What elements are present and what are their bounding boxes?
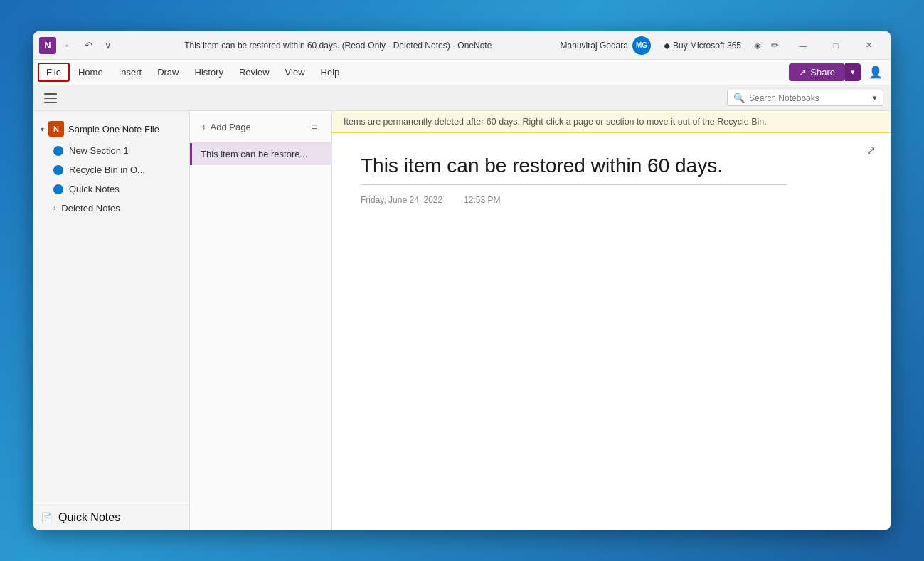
- menu-history[interactable]: History: [188, 64, 230, 80]
- people-icon[interactable]: 👤: [865, 62, 886, 83]
- quick-notes-footer-label: Quick Notes: [58, 511, 120, 524]
- sort-button[interactable]: ≡: [304, 117, 324, 137]
- buy-microsoft-button[interactable]: ◆ Buy Microsoft 365: [657, 38, 748, 53]
- warning-text: Items are permanently deleted after 60 d…: [344, 117, 767, 127]
- note-content: ⤢ This item can be restored within 60 da…: [332, 133, 891, 530]
- title-bar: N ← ↶ ∨ This item can be restored within…: [33, 31, 891, 60]
- menu-home[interactable]: Home: [71, 64, 110, 80]
- sidebar-item-quick-notes[interactable]: Quick Notes: [33, 179, 189, 199]
- section-1-label: New Section 1: [69, 145, 129, 156]
- user-info: Manuviraj Godara MG: [561, 36, 651, 55]
- notebook-label: Sample One Note File: [68, 124, 159, 135]
- hamburger-menu-button[interactable]: [41, 88, 60, 108]
- note-meta: Friday, June 24, 2022 12:53 PM: [361, 195, 862, 205]
- search-box: 🔍 ▾: [727, 90, 883, 106]
- hamburger-line-3: [44, 102, 57, 103]
- page-item-1[interactable]: This item can be restore...: [190, 143, 331, 165]
- menu-help[interactable]: Help: [314, 64, 347, 80]
- add-page-icon: +: [201, 122, 207, 132]
- deleted-notes-label: Deleted Notes: [61, 203, 120, 214]
- minimize-button[interactable]: —: [787, 31, 819, 60]
- recycle-bin-label: Recycle Bin in O...: [69, 164, 145, 175]
- notebook-header[interactable]: ▾ N Sample One Note File: [33, 117, 189, 141]
- notebook-icon: N: [48, 121, 64, 137]
- close-button[interactable]: ✕: [852, 31, 885, 60]
- section-dot-1: [53, 146, 63, 156]
- section-dot-2: [53, 165, 63, 175]
- share-dropdown-button[interactable]: ▾: [845, 63, 861, 81]
- menu-insert[interactable]: Insert: [112, 64, 149, 80]
- title-bar-actions: ◆ Buy Microsoft 365 ◈ ✏: [657, 38, 782, 53]
- menu-right: ↗ Share ▾ 👤: [789, 62, 886, 83]
- menu-view[interactable]: View: [278, 64, 312, 80]
- note-title: This item can be restored within 60 days…: [361, 154, 862, 177]
- quick-notes-footer-icon: 📄: [41, 512, 53, 523]
- menu-file[interactable]: File: [38, 63, 70, 82]
- menu-review[interactable]: Review: [232, 64, 277, 80]
- note-time: 12:53 PM: [464, 195, 500, 205]
- add-page-button[interactable]: + Add Page: [197, 119, 255, 135]
- sidebar-item-recycle-bin[interactable]: Recycle Bin in O...: [33, 160, 189, 179]
- settings-icon[interactable]: ◈: [750, 38, 765, 53]
- buy-label: Buy Microsoft 365: [673, 41, 741, 51]
- pages-header: + Add Page ≡: [190, 111, 331, 143]
- sidebar-inner: ▾ N Sample One Note File New Section 1 R…: [33, 111, 189, 505]
- sidebar-item-deleted-notes[interactable]: › Deleted Notes: [33, 199, 189, 218]
- chevron-right-icon: ›: [53, 204, 55, 212]
- search-dropdown-button[interactable]: ▾: [873, 93, 877, 103]
- chevron-down-icon: ▾: [41, 125, 44, 133]
- add-page-label: Add Page: [211, 122, 251, 132]
- hamburger-line-1: [44, 93, 57, 95]
- hamburger-line-2: [44, 98, 57, 99]
- user-name: Manuviraj Godara: [561, 41, 628, 51]
- content-area: Items are permanently deleted after 60 d…: [332, 111, 891, 530]
- diamond-icon: ◆: [664, 41, 670, 51]
- share-group: ↗ Share ▾: [789, 63, 861, 81]
- search-input[interactable]: [749, 93, 869, 103]
- back-button[interactable]: ←: [60, 38, 76, 53]
- pen-icon[interactable]: ✏: [767, 38, 782, 53]
- share-icon: ↗: [799, 67, 807, 78]
- onenote-logo: N: [39, 37, 56, 54]
- more-button[interactable]: ∨: [100, 38, 116, 53]
- quick-notes-label: Quick Notes: [69, 184, 120, 194]
- warning-banner: Items are permanently deleted after 60 d…: [332, 111, 891, 133]
- expand-button[interactable]: ⤢: [861, 140, 881, 160]
- maximize-button[interactable]: □: [819, 31, 852, 60]
- share-label: Share: [810, 67, 835, 78]
- note-title-underline: [361, 184, 787, 185]
- menu-bar: File Home Insert Draw History Review Vie…: [33, 60, 891, 85]
- title-bar-left: N ← ↶ ∨: [39, 37, 116, 54]
- pages-panel: + Add Page ≡ This item can be restore...: [190, 111, 332, 530]
- window-title: This item can be restored within 60 days…: [123, 41, 553, 51]
- menu-draw[interactable]: Draw: [150, 64, 186, 80]
- page-item-text-1: This item can be restore...: [201, 149, 323, 159]
- sidebar: ▾ N Sample One Note File New Section 1 R…: [33, 111, 190, 530]
- window-controls: — □ ✕: [787, 31, 885, 60]
- share-button[interactable]: ↗ Share: [789, 63, 845, 81]
- avatar: MG: [632, 36, 651, 55]
- section-dot-3: [53, 184, 63, 194]
- main-content: ▾ N Sample One Note File New Section 1 R…: [33, 111, 891, 530]
- sidebar-item-new-section-1[interactable]: New Section 1: [33, 141, 189, 160]
- nav-strip: 🔍 ▾: [33, 85, 891, 111]
- undo-button[interactable]: ↶: [80, 38, 96, 53]
- sidebar-footer-quick-notes[interactable]: 📄 Quick Notes: [33, 505, 189, 530]
- note-date: Friday, June 24, 2022: [361, 195, 442, 205]
- search-icon: 🔍: [733, 93, 745, 103]
